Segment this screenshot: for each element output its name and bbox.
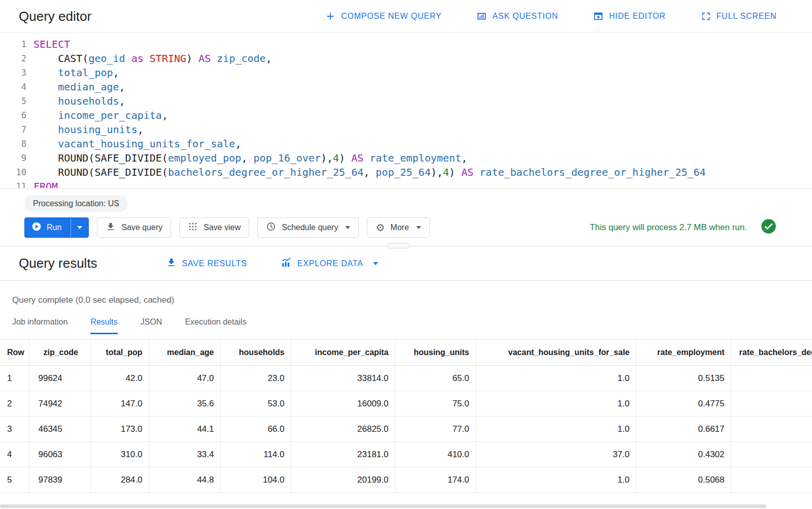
table-cell: [731, 366, 812, 391]
table-header-row: Rowzip_codetotal_popmedian_agehouseholds…: [0, 340, 812, 366]
download-icon: [166, 257, 177, 270]
run-button[interactable]: Run: [24, 217, 89, 238]
line-number: 1: [0, 37, 26, 51]
results-tabs: Job informationResultsJSONExecution deta…: [12, 317, 812, 334]
save-query-button[interactable]: Save query: [97, 217, 171, 238]
table-cell: 1.0: [476, 417, 636, 442]
schedule-query-label: Schedule query: [282, 223, 338, 232]
table-cell: 99624: [29, 366, 90, 391]
ask-question-button[interactable]: ASK QUESTION: [476, 11, 558, 22]
full-screen-button[interactable]: FULL SCREEN: [700, 11, 776, 22]
tab-results[interactable]: Results: [90, 317, 117, 334]
column-header-median_age: median_age: [149, 340, 220, 366]
run-button-main[interactable]: Run: [25, 218, 71, 237]
chevron-down-icon: [345, 226, 350, 229]
line-number: 2: [0, 51, 26, 66]
code-line: FROM: [33, 179, 812, 188]
table-cell: 33.4: [149, 442, 220, 467]
line-number: 6: [0, 108, 26, 122]
compose-new-query-button[interactable]: COMPOSE NEW QUERY: [325, 11, 442, 22]
query-editor-header: Query editor COMPOSE NEW QUERY ASK QUEST…: [0, 0, 812, 33]
page-title: Query editor: [19, 9, 91, 24]
table-cell: 410.0: [395, 442, 476, 467]
save-results-button[interactable]: SAVE RESULTS: [166, 257, 247, 270]
code-line: housing_units,: [33, 122, 812, 137]
processing-location-chip: Processing location: US: [24, 195, 128, 212]
table-cell: 44.8: [149, 467, 220, 493]
ask-question-icon: [476, 11, 487, 22]
horizontal-scrollbar[interactable]: [0, 504, 812, 508]
tab-execution-details[interactable]: Execution details: [185, 317, 246, 334]
sql-editor[interactable]: 1234567891011 SELECT CAST(geo_id as STRI…: [0, 33, 812, 188]
code-lines: SELECT CAST(geo_id as STRING) AS zip_cod…: [33, 37, 812, 188]
table-cell: 0.5068: [636, 467, 731, 493]
line-number: 9: [0, 151, 26, 165]
table-cell: 173.0: [90, 417, 149, 442]
explore-data-button[interactable]: EXPLORE DATA: [281, 257, 378, 270]
table-cell: 1.0: [476, 467, 636, 493]
line-number: 4: [0, 80, 26, 94]
bigquery-app: Query editor COMPOSE NEW QUERY ASK QUEST…: [0, 0, 812, 509]
chevron-down-icon: [77, 226, 82, 229]
line-number: 7: [0, 122, 26, 137]
table-cell: 47.0: [149, 366, 220, 391]
dots-grid-icon: [188, 221, 198, 234]
hide-editor-icon: [593, 11, 604, 22]
download-icon: [106, 221, 116, 234]
results-table: Rowzip_codetotal_popmedian_agehouseholds…: [0, 339, 812, 493]
table-cell: 4: [0, 442, 29, 467]
line-number: 10: [0, 165, 26, 179]
save-results-label: SAVE RESULTS: [182, 259, 247, 268]
code-line: SELECT: [33, 37, 812, 51]
table-cell: 310.0: [90, 442, 149, 467]
table-cell: 26825.0: [291, 417, 395, 442]
run-label: Run: [47, 223, 61, 232]
query-results-header: Query results SAVE RESULTS EXPLORE DATA: [0, 246, 812, 281]
table-cell: 114.0: [220, 442, 291, 467]
explore-data-label: EXPLORE DATA: [297, 259, 363, 268]
table-cell: 35.6: [149, 391, 220, 417]
line-number: 8: [0, 137, 26, 151]
hide-editor-label: HIDE EDITOR: [609, 12, 666, 21]
table-cell: 16009.0: [291, 391, 395, 417]
code-line: income_per_capita,: [33, 108, 812, 122]
table-cell: 5: [0, 467, 29, 493]
tab-json[interactable]: JSON: [141, 317, 162, 334]
code-line: vacant_housing_units_for_sale,: [33, 137, 812, 151]
query-size-note: This query will process 2.7 MB when run.: [590, 218, 776, 237]
table-row: 274942147.035.653.016009.075.01.00.4775: [0, 391, 812, 417]
line-numbers: 1234567891011: [0, 37, 26, 188]
fullscreen-icon: [700, 11, 712, 22]
column-header-row: Row: [0, 340, 29, 366]
schedule-query-button[interactable]: Schedule query: [257, 217, 359, 238]
run-dropdown-caret[interactable]: [71, 218, 88, 237]
table-cell: 3: [0, 417, 29, 442]
plus-icon: [325, 11, 336, 22]
more-button[interactable]: ⚙ More: [367, 217, 429, 238]
column-header-total_pop: total_pop: [90, 340, 149, 366]
table-cell: 65.0: [395, 366, 476, 391]
hide-editor-button[interactable]: HIDE EDITOR: [593, 11, 666, 22]
table-cell: 104.0: [220, 467, 291, 493]
tab-job-information[interactable]: Job information: [12, 317, 67, 334]
save-view-button[interactable]: Save view: [179, 217, 249, 238]
compose-new-query-label: COMPOSE NEW QUERY: [341, 12, 442, 21]
play-circle-icon: [31, 221, 42, 234]
bar-chart-icon: [281, 257, 292, 270]
column-header-housing_units: housing_units: [395, 340, 476, 366]
table-cell: [731, 417, 812, 442]
table-row: 346345173.044.166.026825.077.01.00.6617: [0, 417, 812, 442]
editor-toolbar: Processing location: US Run Save query: [0, 188, 812, 246]
full-screen-label: FULL SCREEN: [717, 12, 776, 21]
table-cell: 0.5135: [636, 366, 731, 391]
table-cell: 96063: [29, 442, 90, 467]
column-header-households: households: [220, 340, 291, 366]
table-cell: 20199.0: [291, 467, 395, 493]
table-cell: 23181.0: [291, 442, 395, 467]
panel-splitter-handle[interactable]: [387, 243, 410, 248]
table-cell: 0.4302: [636, 442, 731, 467]
table-cell: 44.1: [149, 417, 220, 442]
horizontal-scrollbar-thumb[interactable]: [0, 504, 766, 508]
chevron-down-icon: [373, 262, 378, 265]
table-cell: 33814.0: [291, 366, 395, 391]
